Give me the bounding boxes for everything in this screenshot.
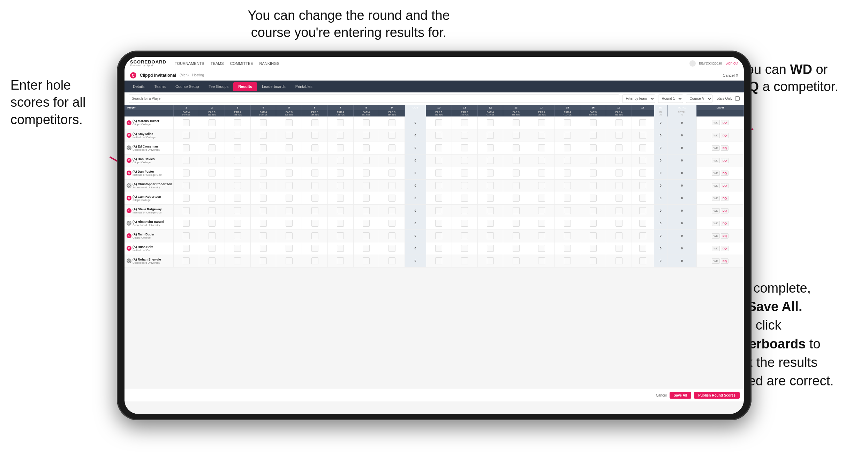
score-input-h17-p0[interactable] <box>616 119 622 126</box>
score-input-h15-p11[interactable] <box>564 257 571 264</box>
score-input-h6-p2[interactable] <box>311 144 318 151</box>
score-input-h6-p10[interactable] <box>311 245 318 252</box>
dq-button-11[interactable]: DQ <box>721 258 729 264</box>
nav-committee[interactable]: COMMITTEE <box>230 61 253 66</box>
score-input-h10-p5[interactable] <box>435 182 442 189</box>
score-input-h5-p8[interactable] <box>286 220 293 227</box>
score-input-h11-p4[interactable] <box>461 170 468 176</box>
score-input-h3-p6[interactable] <box>234 195 241 202</box>
score-input-h6-p5[interactable] <box>311 182 318 189</box>
score-input-h7-p10[interactable] <box>337 245 344 252</box>
score-input-h10-p10[interactable] <box>435 245 442 252</box>
score-input-h13-p9[interactable] <box>513 232 520 239</box>
score-input-h14-p5[interactable] <box>538 182 545 189</box>
score-input-h1-p1[interactable] <box>183 132 190 139</box>
wd-button-0[interactable]: WD <box>712 120 720 125</box>
score-input-h8-p4[interactable] <box>363 170 370 176</box>
score-input-h1-p3[interactable] <box>183 157 190 164</box>
score-input-h16-p1[interactable] <box>590 132 597 139</box>
score-input-h10-p8[interactable] <box>435 220 442 227</box>
score-input-h11-p2[interactable] <box>461 144 468 151</box>
score-input-h4-p10[interactable] <box>260 245 267 252</box>
score-input-h5-p9[interactable] <box>286 232 293 239</box>
score-input-h18-p9[interactable] <box>639 232 646 239</box>
score-input-h3-p0[interactable] <box>234 119 241 126</box>
score-input-h4-p11[interactable] <box>260 257 267 264</box>
score-input-h1-p2[interactable] <box>183 144 190 151</box>
score-input-h8-p6[interactable] <box>363 195 370 202</box>
score-input-h8-p10[interactable] <box>363 245 370 252</box>
score-input-h4-p1[interactable] <box>260 132 267 139</box>
score-input-h3-p9[interactable] <box>234 232 241 239</box>
score-input-h8-p8[interactable] <box>363 220 370 227</box>
score-input-h13-p5[interactable] <box>513 182 520 189</box>
score-input-h17-p9[interactable] <box>616 232 622 239</box>
filter-by-team-select[interactable]: Filter by team <box>622 95 655 103</box>
score-input-h9-p5[interactable] <box>388 182 395 189</box>
score-input-h9-p0[interactable] <box>388 119 395 126</box>
score-input-h6-p3[interactable] <box>311 157 318 164</box>
dq-button-5[interactable]: DQ <box>721 183 729 188</box>
score-input-h16-p6[interactable] <box>590 195 597 202</box>
score-input-h3-p7[interactable] <box>234 207 241 214</box>
score-input-h1-p6[interactable] <box>183 195 190 202</box>
wd-button-7[interactable]: WD <box>712 208 720 213</box>
dq-button-6[interactable]: DQ <box>721 196 729 201</box>
score-input-h9-p9[interactable] <box>388 232 395 239</box>
tab-tee-groups[interactable]: Tee Groups <box>204 82 233 91</box>
score-input-h1-p8[interactable] <box>183 220 190 227</box>
dq-button-1[interactable]: DQ <box>721 133 729 138</box>
dq-button-2[interactable]: DQ <box>721 145 729 151</box>
score-input-h5-p11[interactable] <box>286 257 293 264</box>
score-input-h18-p2[interactable] <box>639 144 646 151</box>
score-input-h3-p5[interactable] <box>234 182 241 189</box>
score-input-h18-p4[interactable] <box>639 170 646 176</box>
tab-details[interactable]: Details <box>128 82 150 91</box>
cancel-button[interactable]: Cancel <box>656 393 667 397</box>
score-input-h13-p4[interactable] <box>513 170 520 176</box>
score-input-h6-p6[interactable] <box>311 195 318 202</box>
score-input-h12-p0[interactable] <box>487 119 494 126</box>
wd-button-10[interactable]: WD <box>712 246 720 251</box>
score-input-h14-p7[interactable] <box>538 207 545 214</box>
score-input-h4-p5[interactable] <box>260 182 267 189</box>
score-input-h10-p11[interactable] <box>435 257 442 264</box>
score-input-h18-p3[interactable] <box>639 157 646 164</box>
score-input-h8-p1[interactable] <box>363 132 370 139</box>
wd-button-9[interactable]: WD <box>712 233 720 239</box>
score-input-h15-p10[interactable] <box>564 245 571 252</box>
score-input-h17-p8[interactable] <box>616 220 622 227</box>
sign-out-link[interactable]: Sign out <box>725 61 738 65</box>
tab-results[interactable]: Results <box>233 82 257 91</box>
score-input-h17-p10[interactable] <box>616 245 622 252</box>
score-input-h13-p1[interactable] <box>513 132 520 139</box>
score-input-h5-p2[interactable] <box>286 144 293 151</box>
score-input-h13-p10[interactable] <box>513 245 520 252</box>
score-input-h6-p1[interactable] <box>311 132 318 139</box>
tab-course-setup[interactable]: Course Setup <box>171 82 204 91</box>
score-input-h12-p3[interactable] <box>487 157 494 164</box>
score-input-h10-p7[interactable] <box>435 207 442 214</box>
score-input-h16-p2[interactable] <box>590 144 597 151</box>
score-input-h6-p7[interactable] <box>311 207 318 214</box>
score-input-h12-p2[interactable] <box>487 144 494 151</box>
dq-button-3[interactable]: DQ <box>721 158 729 163</box>
score-input-h9-p8[interactable] <box>388 220 395 227</box>
score-input-h11-p3[interactable] <box>461 157 468 164</box>
score-input-h8-p9[interactable] <box>363 232 370 239</box>
wd-button-3[interactable]: WD <box>712 158 720 163</box>
score-input-h18-p1[interactable] <box>639 132 646 139</box>
score-input-h14-p10[interactable] <box>538 245 545 252</box>
score-input-h4-p8[interactable] <box>260 220 267 227</box>
score-input-h13-p11[interactable] <box>513 257 520 264</box>
score-input-h5-p6[interactable] <box>286 195 293 202</box>
score-input-h14-p3[interactable] <box>538 157 545 164</box>
score-input-h5-p1[interactable] <box>286 132 293 139</box>
score-input-h1-p11[interactable] <box>183 257 190 264</box>
score-input-h15-p4[interactable] <box>564 170 571 176</box>
score-input-h18-p10[interactable] <box>639 245 646 252</box>
score-input-h8-p2[interactable] <box>363 144 370 151</box>
score-input-h2-p7[interactable] <box>209 207 216 214</box>
score-input-h12-p7[interactable] <box>487 207 494 214</box>
score-input-h9-p3[interactable] <box>388 157 395 164</box>
